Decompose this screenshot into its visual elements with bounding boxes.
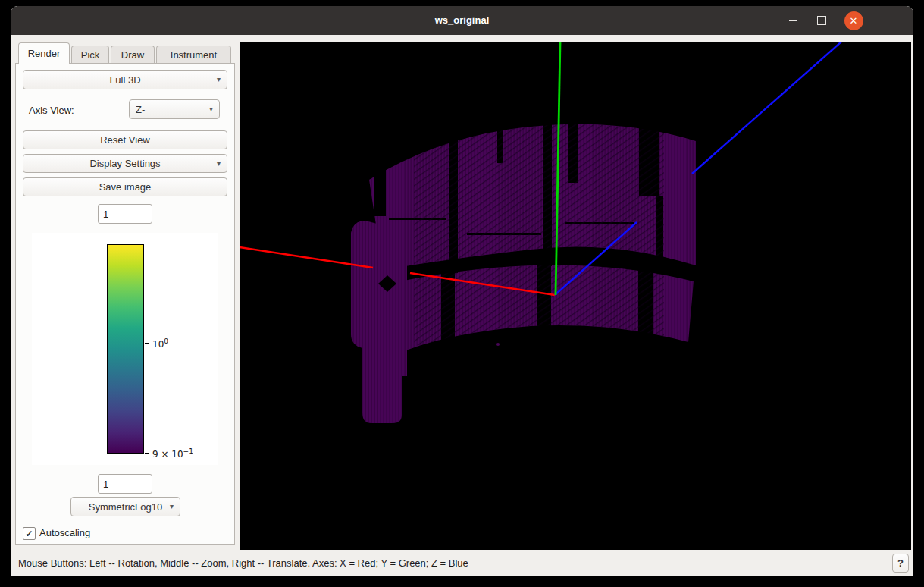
display-settings-label: Display Settings	[89, 158, 160, 169]
tab-instrument[interactable]: Instrument	[156, 46, 231, 63]
tab-instrument-label: Instrument	[171, 49, 217, 61]
autoscaling-label: Autoscaling	[39, 527, 90, 538]
close-button[interactable]: ✕	[844, 11, 863, 30]
maximize-icon	[817, 16, 826, 25]
chevron-down-icon: ▾	[170, 503, 174, 510]
minimize-button[interactable]	[783, 11, 803, 30]
tab-pick[interactable]: Pick	[71, 46, 109, 63]
minimize-icon	[789, 20, 797, 21]
close-icon: ✕	[844, 11, 863, 30]
reset-view-button[interactable]: Reset View	[23, 130, 227, 149]
scale-type-value: SymmetricLog10	[89, 501, 163, 513]
instrument-scene	[240, 42, 911, 550]
app-window: ws_original ✕ Render Pick Draw Instrumen…	[11, 6, 913, 576]
chevron-down-icon: ▾	[209, 105, 213, 113]
chevron-down-icon: ▾	[217, 76, 221, 83]
tab-draw[interactable]: Draw	[111, 46, 155, 63]
save-image-button[interactable]: Save image	[23, 177, 227, 196]
projection-mode-value: Full 3D	[109, 74, 140, 86]
stray-detector-dot	[496, 343, 500, 346]
colorbar-tick-label-lower: 9 × 10−1	[152, 447, 193, 460]
tab-pick-label: Pick	[81, 49, 100, 61]
maximize-button[interactable]	[812, 11, 832, 30]
tab-render[interactable]: Render	[18, 42, 70, 64]
colorbar-gradient[interactable]	[107, 244, 144, 454]
check-icon: ✓	[25, 529, 33, 539]
help-button[interactable]: ?	[892, 554, 909, 573]
scale-min-input[interactable]	[98, 474, 152, 494]
scale-type-select[interactable]: SymmetricLog10 ▾	[70, 497, 180, 516]
reset-view-label: Reset View	[100, 134, 150, 146]
autoscaling-checkbox[interactable]: ✓	[23, 527, 36, 540]
axis-view-value: Z-	[136, 104, 145, 115]
status-bar: Mouse Buttons: Left -- Rotation, Middle …	[11, 550, 913, 576]
display-settings-button[interactable]: Display Settings ▾	[23, 154, 227, 173]
title-bar: ws_original ✕	[11, 6, 913, 35]
status-message: Mouse Buttons: Left -- Rotation, Middle …	[11, 557, 468, 569]
colorbar-panel: 100 9 × 10−1	[32, 233, 218, 465]
scale-max-input[interactable]	[98, 204, 152, 224]
axis-view-label: Axis View:	[29, 105, 74, 116]
detector-column-left	[351, 221, 407, 423]
colorbar-tick	[145, 343, 149, 344]
tab-draw-label: Draw	[121, 49, 144, 61]
colorbar-tick-label-upper: 100	[152, 337, 168, 350]
instrument-3d-view[interactable]	[240, 42, 911, 550]
z-axis-line	[692, 42, 841, 174]
question-mark-icon: ?	[897, 557, 904, 569]
axis-view-select[interactable]: Z- ▾	[129, 99, 220, 119]
chevron-down-icon: ▾	[217, 160, 221, 168]
projection-mode-select[interactable]: Full 3D ▾	[23, 70, 227, 89]
colorbar-tick	[145, 453, 149, 454]
tab-render-label: Render	[28, 48, 61, 59]
desktop-background: { "window": { "title": "ws_original" }, …	[0, 0, 924, 587]
save-image-label: Save image	[99, 181, 152, 193]
window-title: ws_original	[11, 6, 913, 35]
